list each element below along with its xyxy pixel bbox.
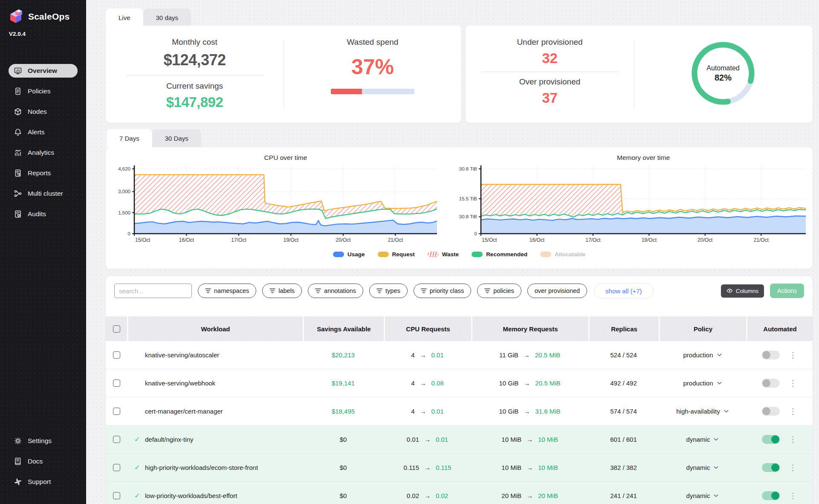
policy-dropdown[interactable]: dynamic xyxy=(686,492,719,499)
column-header-policy[interactable]: Policy xyxy=(659,316,746,341)
sidebar-item-analytics[interactable]: Analytics xyxy=(9,146,78,159)
sidebar-item-audits[interactable]: Audits xyxy=(9,207,78,221)
policy-value: production xyxy=(683,379,713,387)
table-row[interactable]: knative-serving/autoscaler$20,2134→0.011… xyxy=(106,341,813,369)
cpu-recommended: 0.01 xyxy=(431,351,444,359)
sidebar-item-docs[interactable]: Docs xyxy=(9,455,78,468)
under-provisioned-label: Under provisioned xyxy=(517,38,582,47)
policy-cell: production xyxy=(659,351,746,359)
column-header-savings-available[interactable]: Savings Available xyxy=(303,316,384,341)
table-row[interactable]: ✓low-priority-workloads/best-effort$00.0… xyxy=(106,482,813,504)
legend-item-waste[interactable]: Waste xyxy=(428,251,459,258)
replicas-cell: 382 / 382 xyxy=(588,464,659,471)
search-input[interactable] xyxy=(114,284,192,298)
filter-pill-policies[interactable]: policies xyxy=(477,284,521,298)
table-row[interactable]: cert-manager/cert-manager$18,4954→0.0110… xyxy=(106,397,813,426)
policy-value: production xyxy=(683,351,713,359)
workload-name: high-priority-workloads/ecom-store-front xyxy=(145,464,258,471)
workload-name: low-priority-workloads/best-effort xyxy=(145,492,237,499)
column-header-cpu-requests[interactable]: CPU Requests xyxy=(384,316,471,341)
sidebar-item-settings[interactable]: Settings xyxy=(9,434,78,448)
kebab-menu-icon[interactable]: ⋮ xyxy=(789,407,797,415)
policy-dropdown[interactable]: production xyxy=(683,351,721,359)
memory-current: 10 GiB xyxy=(499,379,518,387)
wasted-spend-progressbar xyxy=(331,89,414,94)
current-savings-label: Current savings xyxy=(166,81,223,91)
svg-text:15/Oct: 15/Oct xyxy=(135,237,150,243)
show-all-filters-button[interactable]: show all (+7) xyxy=(594,283,653,298)
column-header-workload[interactable]: Workload xyxy=(127,316,303,341)
filter-pill-label: annotations xyxy=(324,287,356,294)
legend-item-allocatable[interactable]: Allocatable xyxy=(540,251,585,258)
chevron-down-icon xyxy=(717,353,722,356)
row-checkbox[interactable] xyxy=(113,436,120,443)
row-checkbox[interactable] xyxy=(113,379,120,387)
row-checkbox[interactable] xyxy=(113,492,120,499)
sidebar-item-reports[interactable]: Reports xyxy=(9,166,78,180)
kebab-menu-icon[interactable]: ⋮ xyxy=(789,435,797,443)
replicas-value: 492 / 492 xyxy=(610,379,637,387)
column-header-automated[interactable]: Automated xyxy=(746,316,813,341)
policy-dropdown[interactable]: dynamic xyxy=(686,464,719,471)
savings-cell: $0 xyxy=(303,464,384,471)
automated-toggle[interactable] xyxy=(762,491,780,500)
sidebar-item-label: Docs xyxy=(28,458,43,465)
columns-button[interactable]: Columns xyxy=(721,284,764,298)
charts-tab-7-days[interactable]: 7 Days xyxy=(107,129,152,147)
legend-item-recommended[interactable]: Recommended xyxy=(472,251,527,258)
sidebar-nav: OverviewPoliciesNodesAlertsAnalyticsRepo… xyxy=(0,64,86,228)
kebab-menu-icon[interactable]: ⋮ xyxy=(789,463,797,472)
table-row[interactable]: knative-serving/webhook$19,1414→0.0810 G… xyxy=(106,369,813,397)
row-checkbox[interactable] xyxy=(113,408,120,415)
filter-pill-labels[interactable]: labels xyxy=(262,284,302,298)
summary-tab-30-days[interactable]: 30 days xyxy=(143,9,191,26)
policy-dropdown[interactable]: high-availability xyxy=(676,408,729,415)
kebab-menu-icon[interactable]: ⋮ xyxy=(789,379,797,387)
sidebar-item-alerts[interactable]: Alerts xyxy=(9,125,78,139)
sidebar-item-nodes[interactable]: Nodes xyxy=(9,105,78,119)
filter-pill-types[interactable]: types xyxy=(369,284,408,298)
automated-toggle[interactable] xyxy=(762,379,780,388)
workload-cell: knative-serving/webhook xyxy=(127,379,303,387)
filter-pill-over-provisioned[interactable]: over provisioned xyxy=(527,284,587,298)
table-row[interactable]: ✓default/nginx-tiny$00.01→0.0110 MiB→10 … xyxy=(106,426,813,454)
policy-dropdown[interactable]: production xyxy=(683,379,721,387)
workload-cell: knative-serving/autoscaler xyxy=(127,351,303,359)
sidebar-item-overview[interactable]: Overview xyxy=(9,64,78,78)
filter-pill-namespaces[interactable]: namespaces xyxy=(198,284,256,298)
filter-pill-priority-class[interactable]: priority class xyxy=(414,284,472,298)
automated-toggle[interactable] xyxy=(762,463,780,472)
actions-button[interactable]: Actions xyxy=(770,284,804,298)
column-header-replicas[interactable]: Replicas xyxy=(588,316,659,341)
workloads-card: namespaceslabelsannotationstypespriority… xyxy=(106,276,813,504)
charts-tab-30-days[interactable]: 30 Days xyxy=(152,129,201,147)
legend-item-usage[interactable]: Usage xyxy=(333,251,365,258)
kebab-menu-icon[interactable]: ⋮ xyxy=(789,351,797,359)
charts-tabset: 7 Days30 Days xyxy=(107,129,201,147)
row-checkbox[interactable] xyxy=(113,351,120,359)
sidebar-item-policies[interactable]: Policies xyxy=(9,84,78,98)
toggle-knob xyxy=(762,407,770,415)
sidebar-item-support[interactable]: Support xyxy=(9,475,78,489)
cpu-requests-cell: 0.02→0.02 xyxy=(384,492,471,499)
summary-tab-live[interactable]: Live xyxy=(106,9,143,26)
svg-text:4,620: 4,620 xyxy=(118,166,130,171)
select-all-checkbox[interactable] xyxy=(113,325,120,333)
automated-toggle[interactable] xyxy=(762,350,780,359)
legend-item-request[interactable]: Request xyxy=(378,251,415,258)
automated-label: Automated xyxy=(706,64,739,72)
legend-swatch xyxy=(378,252,389,257)
cpu-requests-cell: 0.01→0.01 xyxy=(384,436,471,443)
sidebar-item-multi-cluster[interactable]: Multi cluster xyxy=(9,187,78,200)
workload-cell: ✓low-priority-workloads/best-effort xyxy=(127,492,303,499)
arrow-icon: → xyxy=(524,408,530,415)
toggle-knob xyxy=(762,351,770,359)
policy-dropdown[interactable]: dynamic xyxy=(686,436,719,443)
table-row[interactable]: ✓high-priority-workloads/ecom-store-fron… xyxy=(106,454,813,482)
filter-pill-annotations[interactable]: annotations xyxy=(308,284,363,298)
row-checkbox[interactable] xyxy=(113,464,120,471)
automated-toggle[interactable] xyxy=(762,407,780,416)
column-header-memory-requests[interactable]: Memory Requests xyxy=(471,316,588,341)
kebab-menu-icon[interactable]: ⋮ xyxy=(789,492,797,500)
automated-toggle[interactable] xyxy=(762,435,780,444)
